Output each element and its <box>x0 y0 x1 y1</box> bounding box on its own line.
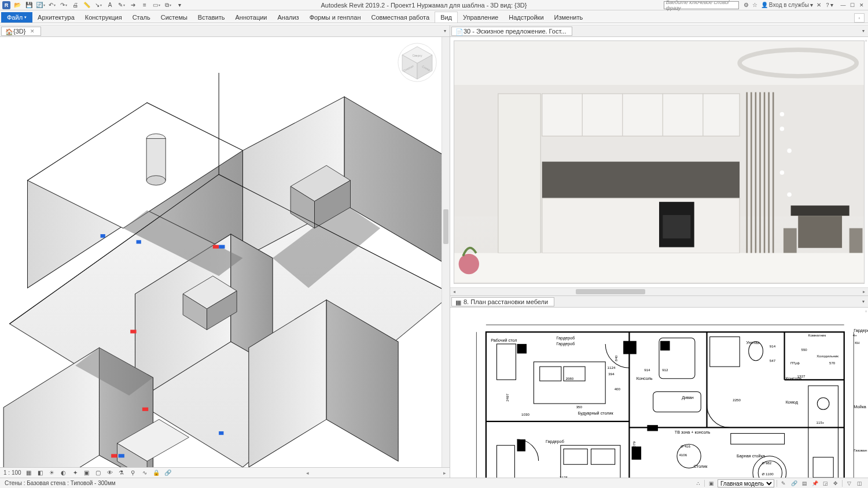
qat-print-icon[interactable]: 🖨 <box>71 1 80 9</box>
tab-systems[interactable]: Системы <box>156 12 193 23</box>
search-input[interactable]: Введите ключевое слово/фразу <box>664 1 739 9</box>
qat-arrow-icon[interactable]: ➔ <box>128 1 138 9</box>
vc-constraints-icon[interactable]: 🔒 <box>152 469 160 477</box>
tab-arch[interactable]: Архитектура <box>32 12 80 23</box>
titlebar-right-buttons: ⚙ ☆ 👤 Вход в службы ▾ ✕ ？▾ <box>744 1 833 9</box>
svg-text:400: 400 <box>615 387 621 391</box>
vc-unhide-icon[interactable]: 👁 <box>106 469 114 477</box>
view-tab-close-icon[interactable]: ✕ <box>30 28 35 34</box>
left-hscroll-left[interactable]: ◂ <box>306 470 309 476</box>
tab-steel[interactable]: Сталь <box>127 12 156 23</box>
left-view-control-bar: 1 : 100 ▦ ◧ ☀ ◐ ✦ ▣ ▢ 👁 ⚗ ⚲ ∿ 🔒 🔗 ◂ ▸ <box>0 467 450 478</box>
left-tabs-overflow[interactable]: ▾ <box>442 28 448 34</box>
qat-text-icon[interactable]: A <box>105 1 115 9</box>
svg-text:2497: 2497 <box>505 393 509 401</box>
qat-open-icon[interactable]: 📂 <box>13 1 22 9</box>
vc-crop-icon[interactable]: ▣ <box>83 469 91 477</box>
tab-manage[interactable]: Управление <box>458 12 503 23</box>
qat-align-icon[interactable]: ↘ <box>94 1 103 9</box>
tab-view[interactable]: Вид <box>435 12 458 23</box>
vc-sun-icon[interactable]: ☀ <box>48 469 56 477</box>
right-bottom-tabs-overflow[interactable]: ▾ <box>860 299 867 304</box>
view-cube[interactable]: Сверху Спереди Слева <box>396 42 438 83</box>
vc-reveal-icon[interactable]: ⚲ <box>129 469 137 477</box>
sb-sel-pinned-icon[interactable]: 📌 <box>811 479 819 487</box>
title-bar: R 📂 💾 🔄 ↶ ↷ 🖨 📏 ↘ A ✎ ➔ ≡ ▭ ⧉ ▾ Autodesk… <box>0 0 868 10</box>
sb-bg-icon[interactable]: ◫ <box>855 479 863 487</box>
qat-switch-win-icon[interactable]: ⧉ <box>163 1 172 9</box>
subscription-icon[interactable]: ⚙ <box>744 2 749 8</box>
vc-shadow-icon[interactable]: ◐ <box>60 469 68 477</box>
right-top-hscroll[interactable]: ◂ ▸ <box>450 287 868 295</box>
qat-dropdown-icon[interactable]: ▾ <box>175 1 184 9</box>
view-tab-plan8-label: 8. План расстановки мебели <box>464 298 548 305</box>
hscroll-right-icon[interactable]: ▸ <box>860 288 868 295</box>
svg-point-64 <box>780 171 785 175</box>
tab-addins[interactable]: Надстройки <box>503 12 549 23</box>
svg-rect-81 <box>623 341 637 354</box>
tab-modify[interactable]: Изменить <box>549 12 589 23</box>
tab-massing[interactable]: Формы и генплан <box>304 12 366 23</box>
vc-temp-icon[interactable]: ⚗ <box>117 469 126 477</box>
right-top-tabs-overflow[interactable]: ▾ <box>860 28 867 34</box>
tab-annotate[interactable]: Аннотации <box>230 12 273 23</box>
svg-rect-91 <box>564 449 587 465</box>
svg-text:840: 840 <box>614 355 618 361</box>
svg-point-23 <box>146 176 165 186</box>
view-tab-3d[interactable]: 🏠 {3D} ✕ <box>1 27 41 36</box>
ribbon-panel-toggle[interactable]: ▫ <box>854 13 865 23</box>
vc-analytical-icon[interactable]: ∿ <box>141 469 149 477</box>
tab-struct[interactable]: Конструкция <box>80 12 127 23</box>
viewport-3d[interactable]: Сверху Спереди Слева <box>0 37 450 467</box>
sb-drag-icon[interactable]: ✥ <box>832 479 840 487</box>
qat-sync-icon[interactable]: 🔄 <box>36 1 45 9</box>
view-tab-sheet30[interactable]: 📄 30 - Эскизное предложение. Гост... <box>451 27 572 36</box>
close-button[interactable]: ✕ <box>858 2 866 9</box>
scale-label[interactable]: 1 : 100 <box>3 469 21 476</box>
render-image <box>454 40 865 284</box>
qat-save-icon[interactable]: 💾 <box>24 1 34 9</box>
sb-sel-face-icon[interactable]: ◲ <box>821 479 829 487</box>
file-tab[interactable]: Файл <box>1 12 32 23</box>
svg-rect-67 <box>791 205 849 216</box>
tab-collab[interactable]: Совместная работа <box>366 12 435 23</box>
left-hscroll-right[interactable]: ▸ <box>443 470 446 476</box>
signin-button[interactable]: 👤 Вход в службы ▾ <box>761 2 813 8</box>
workset-dropdown[interactable]: Главная модель <box>718 479 774 487</box>
viewport-render[interactable]: ▫ <box>450 37 868 287</box>
sb-worksets-icon[interactable]: ⛬ <box>694 479 702 487</box>
svg-text:1079: 1079 <box>632 441 636 449</box>
signin-label: Вход в службы <box>769 2 809 8</box>
left-vscrollbar[interactable] <box>442 37 450 467</box>
sb-editable-icon[interactable]: ✎ <box>779 479 788 487</box>
right-bottom-max-button[interactable]: ▫ <box>865 309 867 314</box>
workset-selector[interactable]: ▣ Главная модель <box>707 479 774 487</box>
vc-link-icon[interactable]: 🔗 <box>164 469 172 477</box>
sb-sel-link-icon[interactable]: 🔗 <box>790 479 798 487</box>
tab-insert[interactable]: Вставить <box>193 12 230 23</box>
vc-detail-icon[interactable]: ▦ <box>25 469 33 477</box>
vc-render-icon[interactable]: ✦ <box>71 469 79 477</box>
svg-text:ТВ зона + консоль: ТВ зона + консоль <box>675 430 711 435</box>
qat-thin-lines-icon[interactable]: ≡ <box>140 1 149 9</box>
viewport-plan[interactable]: ▫ <box>450 308 868 488</box>
view-tab-plan8[interactable]: ▦ 8. План расстановки мебели <box>451 297 554 306</box>
sb-sel-underlay-icon[interactable]: ▤ <box>800 479 808 487</box>
qat-measure-icon[interactable]: 📏 <box>82 1 91 9</box>
hscroll-left-icon[interactable]: ◂ <box>450 288 458 295</box>
tab-analyze[interactable]: Анализ <box>272 12 304 23</box>
qat-close-hidden-icon[interactable]: ▭ <box>152 1 161 9</box>
right-top-max-button[interactable]: ▫ <box>865 38 867 43</box>
vc-cropvis-icon[interactable]: ▢ <box>94 469 102 477</box>
sb-filter-icon[interactable]: ▽ <box>845 479 853 487</box>
qat-redo-icon[interactable]: ↷ <box>59 1 68 9</box>
qat-undo-icon[interactable]: ↶ <box>47 1 57 9</box>
minimize-button[interactable]: — <box>839 2 847 9</box>
qat-spell-icon[interactable]: ✎ <box>117 1 126 9</box>
vc-style-icon[interactable]: ◧ <box>36 469 45 477</box>
right-bottom-pane: ▦ 8. План расстановки мебели ▾ ▫ <box>450 296 868 488</box>
maximize-button[interactable]: ☐ <box>848 2 856 9</box>
favorite-icon[interactable]: ☆ <box>752 2 757 8</box>
exchange-icon[interactable]: ✕ <box>816 2 821 8</box>
help-icon[interactable]: ？▾ <box>825 1 833 9</box>
